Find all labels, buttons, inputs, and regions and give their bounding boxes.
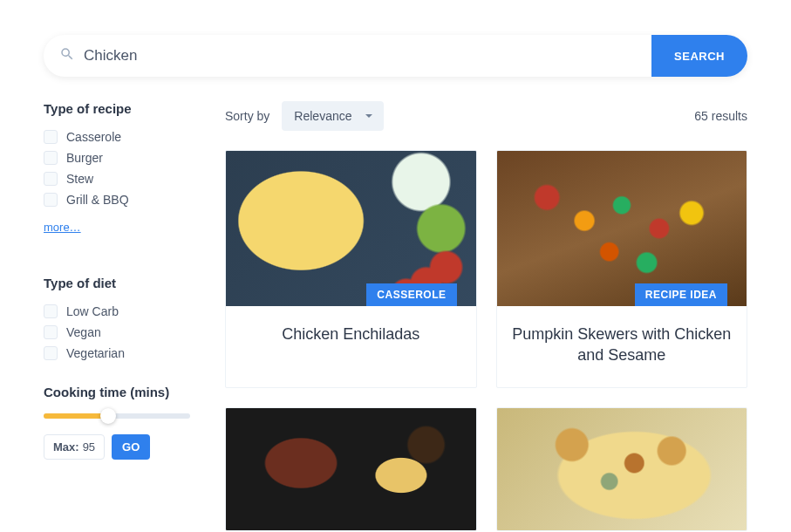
- filter-option-label: Burger: [66, 151, 103, 165]
- checkbox-icon: [44, 304, 58, 318]
- recipe-image: [226, 408, 476, 530]
- filter-option-label: Vegetarian: [66, 346, 125, 360]
- content-header: Sorty by Relevance 65 results: [225, 101, 747, 131]
- checkbox-icon: [44, 193, 58, 207]
- checkbox-icon: [44, 130, 58, 144]
- search-input-wrap: [44, 35, 651, 77]
- filter-option-casserole[interactable]: Casserole: [44, 126, 190, 147]
- max-input[interactable]: Max: 95: [44, 434, 105, 460]
- filter-cooking-time: Cooking time (mins) Max: 95 GO: [44, 385, 190, 460]
- sort-value: Relevance: [294, 109, 351, 123]
- checkbox-icon: [44, 172, 58, 186]
- search-button[interactable]: SEARCH: [651, 35, 747, 77]
- filters-sidebar: Type of recipe Casserole Burger Stew: [44, 101, 190, 531]
- filter-option-grill-bbq[interactable]: Grill & BBQ: [44, 189, 190, 210]
- max-value: 95: [83, 440, 95, 454]
- filter-option-burger[interactable]: Burger: [44, 147, 190, 168]
- results-count: 65 results: [694, 109, 747, 123]
- recipe-title: Chicken Enchiladas: [226, 306, 476, 365]
- filter-option-label: Stew: [66, 172, 93, 186]
- recipe-card[interactable]: [225, 407, 477, 531]
- checkbox-icon: [44, 325, 58, 339]
- recipe-title: Pumpkin Skewers with Chicken and Sesame: [497, 306, 747, 387]
- filter-option-label: Low Carb: [66, 304, 119, 318]
- filter-option-vegan[interactable]: Vegan: [44, 322, 190, 343]
- recipe-image: CASSEROLE: [226, 151, 476, 306]
- recipe-image: RECIPE IDEA: [497, 151, 747, 306]
- card-grid: CASSEROLE Chicken Enchiladas RECIPE IDEA…: [225, 150, 747, 531]
- filter-option-label: Grill & BBQ: [66, 193, 129, 207]
- filter-diet-type: Type of diet Low Carb Vegan Vegetarian: [44, 276, 190, 364]
- slider-thumb[interactable]: [100, 408, 116, 424]
- filter-recipe-type: Type of recipe Casserole Burger Stew: [44, 101, 190, 255]
- max-label: Max:: [53, 440, 79, 454]
- recipe-badge: CASSEROLE: [366, 283, 456, 306]
- slider-fill: [44, 413, 108, 419]
- results-content: Sorty by Relevance 65 results CAS: [225, 101, 747, 531]
- sort-label: Sorty by: [225, 109, 269, 123]
- checkbox-icon: [44, 346, 58, 360]
- search-icon: [59, 46, 75, 65]
- recipe-card[interactable]: CASSEROLE Chicken Enchiladas: [225, 150, 477, 388]
- cooking-time-slider[interactable]: [44, 413, 190, 419]
- recipe-badge: RECIPE IDEA: [635, 283, 727, 306]
- more-link[interactable]: more…: [44, 221, 81, 234]
- sort-select[interactable]: Relevance: [282, 101, 383, 131]
- checkbox-icon: [44, 151, 58, 165]
- filter-heading-cooking-time: Cooking time (mins): [44, 385, 190, 399]
- filter-heading-diet-type: Type of diet: [44, 276, 190, 290]
- filter-option-label: Casserole: [66, 130, 121, 144]
- filter-heading-recipe-type: Type of recipe: [44, 101, 190, 116]
- recipe-card[interactable]: [496, 407, 748, 531]
- filter-option-label: Vegan: [66, 325, 101, 339]
- search-bar: SEARCH: [44, 35, 747, 77]
- search-input[interactable]: [84, 47, 636, 65]
- filter-option-vegetarian[interactable]: Vegetarian: [44, 343, 190, 364]
- sort-wrap: Sorty by Relevance: [225, 101, 384, 131]
- recipe-image: [497, 408, 747, 530]
- go-button[interactable]: GO: [112, 434, 150, 460]
- recipe-card[interactable]: RECIPE IDEA Pumpkin Skewers with Chicken…: [496, 150, 748, 388]
- filter-option-stew[interactable]: Stew: [44, 168, 190, 189]
- filter-option-low-carb[interactable]: Low Carb: [44, 301, 190, 322]
